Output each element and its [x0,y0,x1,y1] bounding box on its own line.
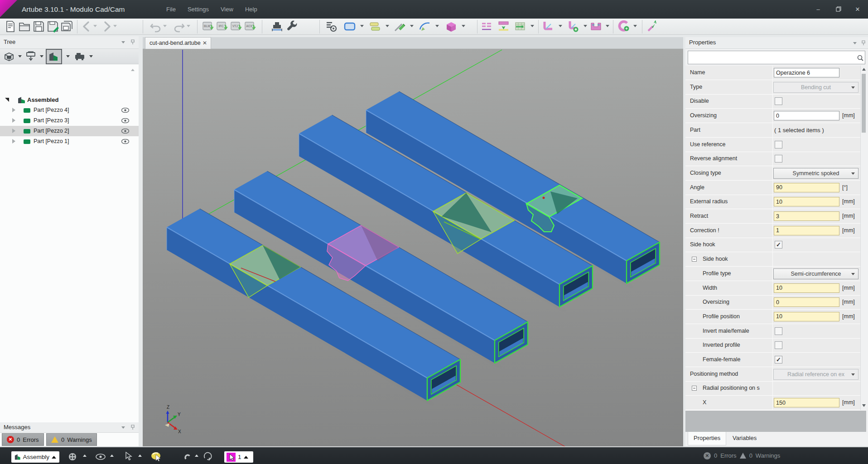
bend-direction-icon[interactable] [646,20,659,33]
render-mode-caret-icon[interactable] [83,454,87,457]
tree-root-row[interactable]: Assembled [0,95,139,105]
dropdown-caret-icon[interactable] [559,25,562,27]
tab-close-icon[interactable]: ✕ [203,40,207,46]
property-checkbox[interactable] [775,341,782,349]
dropdown-caret-icon[interactable] [583,25,587,27]
plates-icon[interactable] [369,20,381,33]
tube-profile-icon[interactable] [344,20,356,33]
tree-row-part-pezzo-3-[interactable]: Part [Pezzo 3] [0,115,139,126]
properties-scrollbar[interactable] [860,66,866,410]
property-checkbox[interactable]: ✓ [775,356,782,364]
warnings-filter-button[interactable]: 0 Warnings [46,433,97,446]
tree-display-mode-button[interactable] [46,49,62,64]
property-input[interactable] [774,197,839,206]
property-input[interactable] [774,211,839,221]
back-icon[interactable] [81,20,93,33]
face-select-icon[interactable] [514,20,526,33]
rotate-view-icon[interactable] [203,452,212,461]
tree-row-part-pezzo-1-[interactable]: Part [Pezzo 1] [0,136,139,147]
menu-file[interactable]: File [166,6,176,13]
visibility-eye-icon[interactable] [121,108,129,113]
sketch-icon[interactable] [393,20,405,33]
menu-settings[interactable]: Settings [188,6,209,13]
tree-row-part-pezzo-2-[interactable]: Part [Pezzo 2] [0,126,139,136]
bend-lines-icon[interactable] [481,20,493,33]
expand-icon[interactable] [12,129,15,133]
save-as-icon[interactable] [47,20,59,33]
render-mode-icon[interactable] [68,453,77,461]
tab-variables[interactable]: Variables [727,432,762,445]
visibility-eye-icon[interactable] [121,129,129,134]
minimize-button[interactable]: – [811,0,825,19]
dropdown-caret-icon[interactable] [606,25,609,27]
dropdown-caret-icon[interactable] [89,55,93,57]
solid-box-icon[interactable] [445,20,457,33]
properties-search-input[interactable] [690,53,853,62]
messages-pin-icon[interactable] [130,425,135,430]
import-vtj-icon[interactable]: VTJ [230,20,242,33]
tree-machine-icon[interactable] [74,51,86,62]
viewport-3d-scene[interactable]: Z Y X [143,49,683,447]
collapse-icon[interactable] [5,98,9,102]
dropdown-caret-icon[interactable] [386,25,389,27]
property-input[interactable] [774,68,839,77]
property-dropdown[interactable]: Semi-circumference [773,268,858,279]
close-button[interactable]: ✕ [851,0,864,19]
expand-icon[interactable] [12,139,15,144]
menu-help[interactable]: Help [245,6,257,13]
visibility-caret-icon[interactable] [110,454,114,457]
undo-icon[interactable] [149,20,162,33]
menu-view[interactable]: View [221,6,233,13]
tree-view-mode-icon[interactable] [3,51,15,62]
property-input[interactable] [774,312,839,321]
dropdown-caret-icon[interactable] [360,25,364,27]
press-bend-icon[interactable] [497,20,510,33]
property-checkbox[interactable] [775,97,782,105]
property-checkbox[interactable]: ✓ [775,241,782,249]
corner-bend-radius-icon[interactable] [567,20,579,33]
view-list-icon[interactable] [325,20,338,33]
channel-bend-icon[interactable] [590,20,602,33]
scroll-down-icon[interactable] [862,404,866,407]
property-input[interactable] [774,297,839,307]
save-icon[interactable] [33,20,45,33]
import-ifc-icon[interactable]: IFC [216,20,228,33]
dropdown-caret-icon[interactable] [530,25,534,27]
group-collapse-icon[interactable] [692,386,697,391]
properties-pin-icon[interactable] [861,40,866,46]
tree-pin-icon[interactable] [130,39,135,45]
pick-point-icon[interactable] [151,452,162,462]
dropdown-caret-icon[interactable] [113,25,117,27]
tab-properties[interactable]: Properties [688,432,726,445]
tree-scroll-up-icon[interactable] [131,69,135,71]
visibility-icon[interactable] [96,454,106,460]
property-checkbox[interactable] [775,141,782,148]
snap-magnet-icon[interactable] [182,452,192,461]
tree-menu-caret-icon[interactable] [121,41,125,43]
tree-export-icon[interactable] [25,51,37,62]
errors-filter-button[interactable]: ✕ 0 Errors [2,433,44,446]
visibility-eye-icon[interactable] [121,118,129,123]
new-document-icon[interactable] [5,20,17,33]
dropdown-caret-icon[interactable] [93,25,97,27]
redo-icon[interactable] [173,20,185,33]
properties-menu-caret-icon[interactable] [853,42,857,44]
dropdown-caret-icon[interactable] [66,55,70,57]
scrollbar-thumb[interactable] [862,74,866,133]
select-tool-caret-icon[interactable] [138,454,142,457]
property-dropdown[interactable]: Bending cut [773,82,858,93]
restore-button[interactable] [832,0,845,19]
visibility-eye-icon[interactable] [121,139,129,144]
forward-icon[interactable] [101,20,113,33]
dropdown-caret-icon[interactable] [187,25,190,27]
dropdown-caret-icon[interactable] [633,25,637,27]
select-tool-icon[interactable] [125,452,133,461]
save-all-icon[interactable] [61,20,73,33]
corner-bend-icon[interactable] [542,20,555,33]
tree-row-part-pezzo-4-[interactable]: Part [Pezzo 4] [0,105,139,115]
assembly-mode-button[interactable]: Assembly [11,451,59,463]
property-dropdown[interactable]: Symmetric spoked [773,168,858,179]
expand-icon[interactable] [12,118,15,123]
selection-filter-button[interactable]: 1 [224,451,253,463]
group-collapse-icon[interactable] [692,257,697,262]
